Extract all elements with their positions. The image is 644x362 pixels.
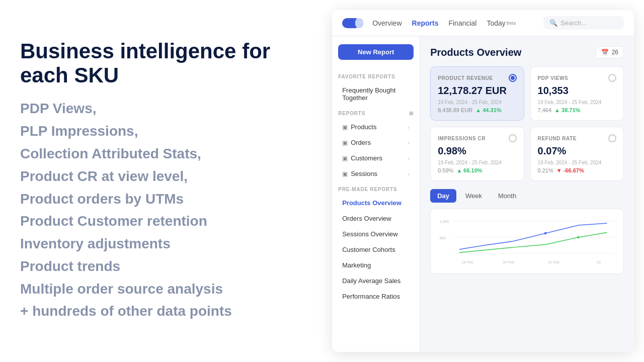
subtitle-line: Product CR at view level,	[20, 165, 312, 188]
content-header: Products Overview 📅 26	[430, 46, 624, 58]
metric-date: 19 Feb, 2024 - 25 Feb, 2024	[538, 160, 616, 165]
folder-icon: ▣	[342, 155, 348, 162]
metric-label: REFUND RATE	[538, 136, 577, 141]
subtitle-line: PLP Impressions,	[20, 120, 312, 143]
sidebar-item-marketing[interactable]: Marketing	[338, 258, 414, 272]
metric-card[interactable]: PRODUCT REVENUE 12,178.27 EUR 19 Feb, 20…	[430, 66, 524, 121]
subtitle-line: Product Customer retention	[20, 210, 312, 233]
left-panel: Business intelligence for each SKU PDP V…	[0, 0, 332, 362]
sidebar-item-sessions-overview[interactable]: Sessions Overview	[338, 227, 414, 241]
sidebar-item-products-overview[interactable]: Products Overview	[338, 196, 414, 210]
sidebar-item-performance-ratios[interactable]: Performance Ratios	[338, 290, 414, 303]
subtitle-line: Multiple order source analysis	[20, 278, 312, 301]
top-nav: Overview Reports Financial TodayBeta 🔍 S…	[332, 10, 634, 36]
sidebar-item-orders-overview[interactable]: Orders Overview	[338, 212, 414, 225]
chart-area: 1,000 800 19 Feb 20 Feb 21 Feb 22	[430, 209, 624, 274]
new-report-button[interactable]: New Report	[338, 44, 414, 60]
sidebar-item-daily-average[interactable]: Daily Average Sales	[338, 274, 414, 288]
time-toggle: DayWeekMonth	[430, 189, 624, 203]
sidebar-item-frequently-bought[interactable]: Frequently Bought Together	[338, 83, 414, 105]
metric-change: ▲ 44.31%	[475, 107, 501, 113]
metric-change: ▲ 38.71%	[554, 107, 580, 113]
metric-radio[interactable]	[608, 74, 616, 82]
subtitle-line: Product trends	[20, 255, 312, 278]
calendar-icon: 📅	[601, 49, 609, 56]
sidebar-item-customers[interactable]: ▣ Customers ›	[338, 151, 414, 165]
metric-card-header: PDP VIEWS	[538, 74, 616, 82]
metric-card[interactable]: REFUND RATE 0.07% 19 Feb, 2024 - 25 Feb,…	[530, 127, 624, 181]
page-title: Products Overview	[430, 47, 521, 58]
metric-value: 10,353	[538, 85, 616, 97]
time-button-month[interactable]: Month	[491, 189, 523, 203]
metric-change: ▼ -66.67%	[556, 167, 584, 173]
metric-comparison: 0.59% ▲ 66.10%	[438, 167, 516, 173]
metric-comparison: 8,438.89 EUR ▲ 44.31%	[438, 107, 516, 113]
nav-reports[interactable]: Reports	[412, 17, 439, 29]
sidebar-item-customer-cohorts[interactable]: Customer Cohorts	[338, 243, 414, 256]
metric-date: 19 Feb, 2024 - 25 Feb, 2024	[438, 100, 516, 105]
subtitle-line: + hundreds of other data points	[20, 300, 312, 323]
metric-card-header: REFUND RATE	[538, 134, 616, 142]
folder-icon: ▣	[342, 124, 348, 131]
date-badge[interactable]: 📅 26	[596, 46, 624, 58]
metric-radio[interactable]	[608, 134, 616, 142]
nav-financial[interactable]: Financial	[448, 17, 476, 29]
metric-label: IMPRESSIONS CR	[438, 136, 486, 141]
premade-reports-label: PRE-MADE REPORTS	[338, 187, 414, 192]
nav-items: Overview Reports Financial TodayBeta	[372, 17, 531, 29]
subtitle-list: PDP Views,PLP Impressions,Collection Att…	[20, 98, 312, 323]
metric-value: 12,178.27 EUR	[438, 85, 516, 97]
time-button-day[interactable]: Day	[430, 189, 456, 203]
metric-prev-value: 0.59%	[438, 167, 453, 173]
svg-point-10	[577, 236, 580, 239]
app-mockup: Overview Reports Financial TodayBeta 🔍 S…	[332, 10, 634, 352]
date-value: 26	[612, 49, 618, 56]
subtitle-line: Inventory adjustments	[20, 233, 312, 255]
metric-label: PRODUCT REVENUE	[438, 75, 493, 81]
nav-today[interactable]: TodayBeta	[487, 19, 516, 27]
chevron-down-icon: ›	[408, 140, 410, 146]
sidebar-item-orders[interactable]: ▣ Orders ›	[338, 136, 414, 149]
metric-prev-value: 8,438.89 EUR	[438, 107, 472, 113]
chevron-down-icon: ›	[408, 155, 410, 161]
sidebar-item-sessions[interactable]: ▣ Sessions ›	[338, 167, 414, 180]
subtitle-line: Product orders by UTMs	[20, 188, 312, 211]
svg-text:21 Feb: 21 Feb	[548, 260, 559, 264]
metric-label: PDP VIEWS	[538, 75, 569, 81]
chevron-down-icon: ›	[408, 124, 410, 130]
metric-date: 19 Feb, 2024 - 25 Feb, 2024	[538, 100, 616, 105]
metric-card[interactable]: IMPRESSIONS CR 0.98% 19 Feb, 2024 - 25 F…	[430, 127, 524, 181]
chart-svg: 1,000 800 19 Feb 20 Feb 21 Feb 22	[439, 217, 615, 265]
search-icon: 🔍	[549, 19, 557, 27]
nav-overview[interactable]: Overview	[372, 17, 401, 29]
logo-icon	[342, 18, 360, 28]
reports-section-label: REPORTS ⊞	[338, 111, 414, 116]
metric-radio[interactable]	[509, 74, 517, 82]
metric-date: 19 Feb, 2024 - 25 Feb, 2024	[438, 160, 516, 165]
metric-comparison: 7,464 ▲ 38.71%	[538, 107, 616, 113]
subtitle-line: Collection Attributed Stats,	[20, 143, 312, 165]
content-area: Products Overview 📅 26 PRODUCT REVENUE 1…	[420, 36, 634, 352]
add-report-icon[interactable]: ⊞	[409, 111, 414, 116]
sidebar-item-products[interactable]: ▣ Products ›	[338, 120, 414, 134]
metric-prev-value: 7,464	[538, 107, 552, 113]
svg-text:800: 800	[440, 236, 446, 240]
svg-text:1,000: 1,000	[440, 219, 449, 224]
metric-card-header: PRODUCT REVENUE	[438, 74, 516, 82]
metric-radio[interactable]	[509, 134, 517, 142]
search-box[interactable]: 🔍 Search...	[543, 16, 624, 30]
metric-change: ▲ 66.10%	[456, 167, 482, 173]
metric-card-header: IMPRESSIONS CR	[438, 134, 516, 142]
search-input[interactable]: Search...	[560, 19, 587, 27]
metric-card[interactable]: PDP VIEWS 10,353 19 Feb, 2024 - 25 Feb, …	[530, 66, 624, 121]
metric-prev-value: 0.21%	[538, 167, 553, 173]
metric-value: 0.07%	[538, 145, 616, 157]
folder-icon: ▣	[342, 170, 348, 177]
svg-point-9	[544, 232, 547, 235]
folder-icon: ▣	[342, 139, 348, 146]
chevron-down-icon: ›	[408, 171, 410, 177]
metric-value: 0.98%	[438, 145, 516, 157]
time-button-week[interactable]: Week	[458, 189, 489, 203]
metrics-grid: PRODUCT REVENUE 12,178.27 EUR 19 Feb, 20…	[430, 66, 624, 181]
favorite-reports-label: FAVORITE REPORTS	[338, 74, 414, 79]
